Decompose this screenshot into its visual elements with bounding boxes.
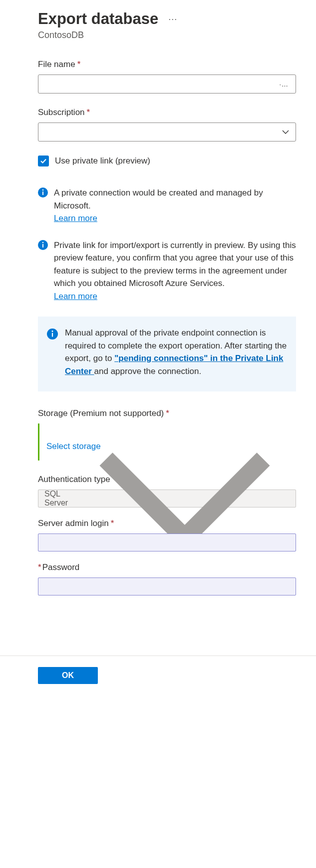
info1-text: A private connection would be created an…	[54, 186, 296, 225]
more-actions-icon[interactable]: ···	[168, 14, 177, 24]
filename-input[interactable]: ·…	[38, 74, 296, 94]
page-title: Export database	[38, 10, 158, 28]
info-icon	[47, 328, 58, 340]
svg-point-5	[42, 242, 44, 243]
svg-rect-7	[52, 333, 53, 337]
info2-learn-more-link[interactable]: Learn more	[54, 292, 97, 301]
chevron-down-icon	[282, 128, 290, 136]
ok-button[interactable]: OK	[38, 667, 98, 684]
login-input[interactable]	[38, 534, 296, 552]
subscription-select[interactable]	[38, 122, 296, 142]
auth-type-value: SQL Server	[44, 490, 80, 508]
check-icon	[39, 157, 47, 165]
svg-point-2	[42, 190, 44, 191]
subscription-label: Subscription*	[38, 108, 296, 118]
filename-label: File name*	[38, 60, 296, 70]
svg-point-8	[52, 330, 53, 332]
private-link-checkbox[interactable]	[38, 156, 49, 166]
info2-text: Private link for import/export is curren…	[54, 239, 296, 303]
info1-learn-more-link[interactable]: Learn more	[54, 214, 97, 223]
approval-callout: Manual approval of the private endpoint …	[38, 316, 296, 392]
auth-type-select[interactable]: SQL Server	[38, 490, 296, 508]
info-icon	[38, 240, 48, 250]
info-icon	[38, 188, 48, 198]
callout-after: and approve the connection.	[94, 366, 202, 376]
chevron-down-icon	[80, 394, 290, 604]
svg-rect-4	[42, 244, 43, 248]
browse-icon[interactable]: ·…	[279, 80, 289, 88]
svg-rect-1	[42, 192, 43, 195]
private-link-label: Use private link (preview)	[55, 156, 150, 166]
resource-subtitle: ContosoDB	[38, 30, 296, 40]
password-input[interactable]	[38, 578, 296, 596]
